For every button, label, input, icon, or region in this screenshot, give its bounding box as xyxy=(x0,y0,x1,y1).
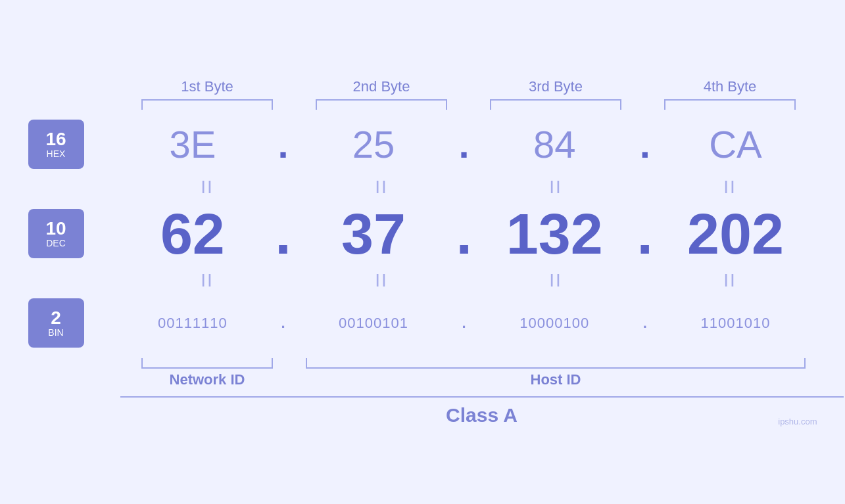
dec-dot-3: . xyxy=(636,200,654,267)
bin-val-4-cell: 11001010 xyxy=(654,315,817,332)
eq5-col: II xyxy=(120,270,295,291)
eq5: II xyxy=(201,270,214,291)
byte3-bracket-top xyxy=(490,99,621,110)
network-bracket-bottom xyxy=(141,358,273,369)
dec-badge-number: 10 xyxy=(45,219,66,238)
bin-dot-2: . xyxy=(455,315,473,332)
dec-val-1-cell: 62 xyxy=(111,200,274,267)
rows-wrapper: 16 HEX 3E . 25 . 84 . CA II xyxy=(28,115,817,353)
hex-badge: 16 HEX xyxy=(28,120,84,169)
eq3: II xyxy=(549,177,562,198)
byte2-bracket-top xyxy=(316,99,447,110)
byte1-header-col: 1st Byte xyxy=(120,78,295,110)
host-bracket-wrapper xyxy=(295,358,817,369)
hex-val-2-cell: 25 xyxy=(292,122,455,166)
byte1-bracket-top xyxy=(141,99,273,110)
eq4: II xyxy=(723,177,736,198)
bottom-section: Network ID Host ID Class A xyxy=(28,358,817,426)
eq4-col: II xyxy=(643,177,817,198)
byte2-label: 2nd Byte xyxy=(353,78,410,95)
byte2-header-col: 2nd Byte xyxy=(295,78,469,110)
bin-val-4: 11001010 xyxy=(700,315,770,332)
dec-val-3-cell: 132 xyxy=(473,200,636,267)
dec-val-2-cell: 37 xyxy=(292,200,455,267)
byte4-header-col: 4th Byte xyxy=(643,78,817,110)
hex-dot-1: . xyxy=(274,122,292,166)
bin-badge-label: BIN xyxy=(48,327,63,338)
eq8: II xyxy=(723,270,736,291)
eq3-col: II xyxy=(469,177,643,198)
eq1: II xyxy=(201,177,214,198)
byte4-bracket-top xyxy=(664,99,796,110)
dec-badge-label: DEC xyxy=(46,238,66,248)
hex-val-3: 84 xyxy=(533,122,576,166)
bin-dot-1: . xyxy=(274,315,292,332)
bin-val-1-cell: 00111110 xyxy=(111,315,274,332)
hex-val-4-cell: CA xyxy=(654,122,817,166)
eq7: II xyxy=(549,270,562,291)
bin-row: 2 BIN 00111110 . 00100101 . 10000100 . 1… xyxy=(28,294,817,353)
equals-row-2: II II II II xyxy=(28,267,817,294)
eq8-col: II xyxy=(643,270,817,291)
bin-val-3-cell: 10000100 xyxy=(473,315,636,332)
network-id-label: Network ID xyxy=(120,371,295,388)
bin-val-1: 00111110 xyxy=(158,315,228,332)
dec-val-2: 37 xyxy=(341,200,406,267)
hex-val-3-cell: 84 xyxy=(473,122,636,166)
bin-badge: 2 BIN xyxy=(28,298,84,348)
hex-dot-3: . xyxy=(636,122,654,166)
bin-val-2: 00100101 xyxy=(339,315,408,332)
dec-row: 10 DEC 62 . 37 . 132 . 202 xyxy=(28,200,817,267)
dec-val-1: 62 xyxy=(160,200,225,267)
network-bracket xyxy=(120,358,295,369)
hex-badge-number: 16 xyxy=(45,130,66,149)
dec-val-4: 202 xyxy=(687,200,784,267)
bin-val-2-cell: 00100101 xyxy=(292,315,455,332)
brackets-row xyxy=(120,358,817,369)
class-a-label: Class A xyxy=(446,404,518,426)
eq2-col: II xyxy=(295,177,469,198)
dec-dot-2: . xyxy=(455,200,473,267)
host-bracket-bottom xyxy=(306,358,806,369)
hex-dot-2: . xyxy=(455,122,473,166)
byte4-label: 4th Byte xyxy=(704,78,757,95)
hex-val-1-cell: 3E xyxy=(111,122,274,166)
equals-row-1: II II II II xyxy=(28,174,817,200)
hex-val-2: 25 xyxy=(352,122,395,166)
eq2: II xyxy=(375,177,388,198)
dec-badge: 10 DEC xyxy=(28,209,84,258)
watermark: ipshu.com xyxy=(778,417,817,426)
label-row: Network ID Host ID xyxy=(120,371,817,388)
byte-headers-row: 1st Byte 2nd Byte 3rd Byte 4th Byte xyxy=(28,78,817,110)
eq1-col: II xyxy=(120,177,295,198)
eq7-col: II xyxy=(469,270,643,291)
hex-row: 16 HEX 3E . 25 . 84 . CA xyxy=(28,115,817,174)
eq6-col: II xyxy=(295,270,469,291)
host-id-label: Host ID xyxy=(295,371,817,388)
byte3-label: 3rd Byte xyxy=(529,78,583,95)
bin-badge-number: 2 xyxy=(51,309,61,327)
byte3-header-col: 3rd Byte xyxy=(469,78,643,110)
hex-val-1: 3E xyxy=(169,122,216,166)
byte1-label: 1st Byte xyxy=(181,78,233,95)
bin-val-3: 10000100 xyxy=(519,315,589,332)
dec-val-4-cell: 202 xyxy=(654,200,817,267)
bin-dot-3: . xyxy=(636,315,654,332)
class-row: Class A xyxy=(120,396,844,426)
dec-dot-1: . xyxy=(274,200,292,267)
hex-val-4: CA xyxy=(709,122,762,166)
dec-val-3: 132 xyxy=(506,200,603,267)
eq6: II xyxy=(375,270,388,291)
hex-badge-label: HEX xyxy=(47,149,66,159)
